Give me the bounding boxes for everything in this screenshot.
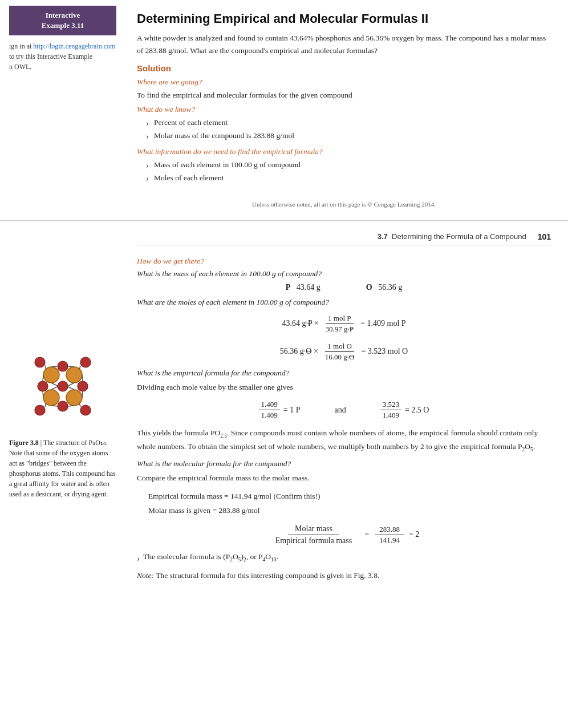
chapter-header: 3.7 Determining the Formula of a Compoun… <box>137 232 551 245</box>
molecular-q2: Compare the empirical formula mass to th… <box>137 472 551 484</box>
login-prefix: ign in at <box>9 42 33 50</box>
big-result: = 2 <box>409 530 419 539</box>
interactive-box: Interactive Example 3.11 <box>9 6 116 35</box>
big-num2: 283.88 <box>375 525 404 535</box>
sidebar-login-text: ign in at http://login.cengagebrain.com … <box>9 41 116 72</box>
svg-line-24 <box>68 406 74 406</box>
svg-point-10 <box>80 357 91 367</box>
eq1-den: 30.97 g·P <box>323 324 356 334</box>
bottom-section: Figure 3.8 | The structure of P₄O₁₀. Not… <box>0 221 568 588</box>
eq2-result: = 3.523 mol O <box>361 347 408 356</box>
mass-row: P 43.64 g O 56.36 g <box>137 283 551 292</box>
molecular-bullet-text: The molecular formula is (P2O5)2, or P4O… <box>143 552 278 563</box>
note-paragraph: Note: The structural formula for this in… <box>137 569 551 582</box>
molecule-figure <box>17 341 108 432</box>
ratio-connector: and <box>334 406 346 415</box>
ratio-block: 1.409 1.409 = 1 P and 3.523 1.409 = 2.5 … <box>137 400 551 420</box>
svg-point-9 <box>35 357 45 367</box>
figure-label: Figure 3.8 <box>9 439 39 447</box>
molar-mass-label: Molar mass is given = 283.88 g/mol <box>148 504 551 517</box>
ratio2-den: 1.409 <box>380 410 401 420</box>
mass-question: What is the mass of each element in 100.… <box>137 269 551 278</box>
what-info-heading: What information do we need to find the … <box>137 147 551 156</box>
sidebar-left: Interactive Example 3.11 ign in at http:… <box>0 6 125 213</box>
big-den2: 141.94 <box>375 535 404 545</box>
ratio1-result: = 1 P <box>283 406 301 415</box>
main-top-content: Determining Empirical and Molecular Form… <box>125 6 568 213</box>
chapter-section: 3.7 Determining the Formula of a Compoun… <box>378 232 526 241</box>
copyright-note: Unless otherwise noted, all art on this … <box>137 196 551 208</box>
what-know-item-2: Molar mass of the compound is 283.88 g/m… <box>146 130 551 143</box>
interactive-label-line2: Example 3.11 <box>42 21 84 30</box>
svg-line-20 <box>82 375 83 381</box>
solution-label: Solution <box>137 63 551 73</box>
ef-mass-label: Empirical formula mass = 141.94 g/mol (C… <box>148 490 551 503</box>
molecular-bullet-item: › The molecular formula is (P2O5)2, or P… <box>137 552 551 565</box>
math-block: 43.64 g·P × 1 mol P 30.97 g·P = 1.409 mo… <box>137 314 551 362</box>
eq2-prefix: 56.36 g·O × <box>280 347 318 356</box>
big-frac-num: Molar mass <box>288 524 339 535</box>
eq2-den: 16.00 g·O <box>323 352 357 362</box>
note-label: Note: <box>137 571 154 580</box>
ratio1-fraction: 1.409 1.409 <box>259 400 280 420</box>
empirical-block: Empirical formula mass = 141.94 g/mol (C… <box>148 490 551 517</box>
bottom-main: 3.7 Determining the Formula of a Compoun… <box>125 227 568 588</box>
big-frac-den: Empirical formula mass <box>269 535 359 545</box>
ratio2-num: 3.523 <box>380 400 401 410</box>
ratio2-result: = 2.5 O <box>405 406 429 415</box>
what-info-item-1: Mass of each element in 100.00 g of comp… <box>146 159 551 172</box>
bullet-chevron-icon: › <box>137 552 140 565</box>
svg-point-5 <box>58 401 68 411</box>
moles-question: What are the moles of each element in 10… <box>137 298 551 307</box>
login-suffix: to try this Interactive Example <box>9 52 92 60</box>
ratio2: 3.523 1.409 = 2.5 O <box>380 400 429 420</box>
svg-line-15 <box>51 383 58 386</box>
main-title: Determining Empirical and Molecular Form… <box>137 11 551 26</box>
svg-line-16 <box>67 383 74 386</box>
empirical-body: This yields the formula PO2.5. Since com… <box>137 427 551 455</box>
svg-line-17 <box>51 386 58 390</box>
eq1: 43.64 g·P × 1 mol P 30.97 g·P = 1.409 mo… <box>282 314 405 334</box>
login-link[interactable]: http://login.cengagebrain.com <box>33 42 115 50</box>
svg-point-7 <box>78 381 88 391</box>
eq2-num: 1 mol O <box>325 342 354 352</box>
big-fraction-left: Molar mass Empirical formula mass <box>269 524 359 545</box>
figure-caption: Figure 3.8 | The structure of P₄O₁₀. Not… <box>9 438 116 499</box>
what-know-heading: What do we know? <box>137 105 551 114</box>
top-section: Interactive Example 3.11 ign in at http:… <box>0 0 568 221</box>
molecular-q1: What is the molecular formula for the co… <box>137 459 551 468</box>
ratio2-fraction: 3.523 1.409 <box>380 400 401 420</box>
page-number: 101 <box>538 232 551 241</box>
large-fraction-block: Molar mass Empirical formula mass = 283.… <box>137 524 551 545</box>
where-heading: Where are we going? <box>137 78 551 87</box>
intro-paragraph: A white powder is analyzed and found to … <box>137 32 551 56</box>
svg-point-12 <box>80 405 91 415</box>
svg-point-6 <box>38 381 48 391</box>
empirical-q1: What is the empirical formula for the co… <box>137 369 551 378</box>
what-info-item-2: Moles of each element <box>146 172 551 185</box>
O-label: O 56.36 g <box>366 283 402 292</box>
svg-line-23 <box>51 406 58 406</box>
interactive-label-line1: Interactive <box>46 11 80 19</box>
eq1-fraction: 1 mol P 30.97 g·P <box>323 314 356 334</box>
svg-line-13 <box>51 366 57 367</box>
eq2: 56.36 g·O × 1 mol O 16.00 g·O = 3.523 mo… <box>280 342 408 362</box>
what-info-list: Mass of each element in 100.00 g of comp… <box>146 159 551 185</box>
P-label: P 43.64 g <box>286 283 320 292</box>
where-text: To find the empirical and molecular form… <box>137 89 551 102</box>
svg-line-19 <box>43 375 43 381</box>
svg-point-11 <box>35 405 45 415</box>
svg-line-21 <box>43 391 43 398</box>
svg-point-4 <box>58 361 68 371</box>
eq2-fraction: 1 mol O 16.00 g·O <box>323 342 357 362</box>
what-know-list: Percent of each element Molar mass of th… <box>146 116 551 143</box>
eq1-result: = 1.409 mol P <box>360 319 405 328</box>
figure-caption-text: | The structure of P₄O₁₀. Note that some… <box>9 439 116 498</box>
empirical-q2: Dividing each mole value by the smaller … <box>137 381 551 394</box>
eq1-num: 1 mol P <box>326 314 353 324</box>
svg-line-14 <box>68 366 74 367</box>
big-fraction-right: 283.88 141.94 <box>375 525 404 545</box>
how-heading: How do we get there? <box>137 257 551 266</box>
svg-line-18 <box>67 386 74 390</box>
note-text: The structural formula for this interest… <box>156 571 379 580</box>
